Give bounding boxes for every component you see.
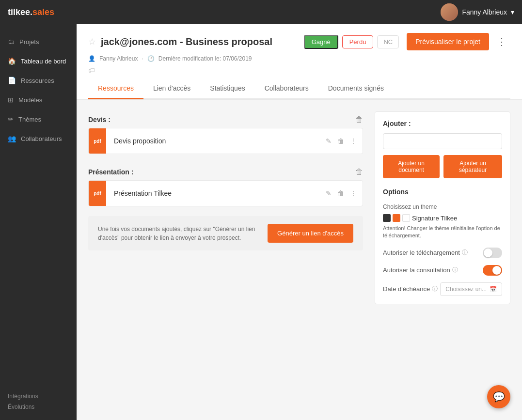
doc-type-pdf-2: pdf [89,181,106,206]
more-icon-2[interactable]: ⋮ [350,189,357,197]
separator: · [142,55,143,62]
devis-delete-icon[interactable]: 🗑 [355,115,363,124]
add-buttons: Ajouter un document Ajouter un séparateu… [383,155,502,178]
more-options-button[interactable]: ⋮ [493,32,510,51]
sidebar-label-collaborateurs: Collaborateurs [21,135,62,142]
project-title: jack@jones.com - Business proposal [101,36,272,47]
add-input[interactable] [383,133,502,149]
help-icon-consultation[interactable]: ⓘ [452,266,458,274]
badge-gagne[interactable]: Gagné [304,35,338,49]
sidebar: 🗂 Projets 🏠 Tableau de bord 📄 Ressources… [0,24,77,420]
doc-actions: ✎ 🗑 ⋮ [320,137,363,145]
delete-icon-2[interactable]: 🗑 [337,189,344,197]
chat-icon: 💬 [493,391,505,403]
toggle-knob [484,249,492,257]
tab-statistiques[interactable]: Statistiques [200,78,254,99]
toggle-telechargement[interactable] [483,248,502,258]
app-logo: tilkee.sales [8,7,54,17]
sidebar-item-collaborateurs[interactable]: 👥 Collaborateurs [0,129,77,148]
date-row: Date d'échéance ⓘ Choisissez un... 📅 [383,282,502,296]
help-icon-telechargement[interactable]: ⓘ [462,249,468,257]
right-panel: Ajouter : Ajouter un document Ajouter un… [375,111,510,304]
date-label: Date d'échéance ⓘ [383,285,438,293]
option-telechargement-label: Autoriser le téléchargement ⓘ [383,249,468,257]
sidebar-item-ressources[interactable]: 📄 Ressources [0,71,77,90]
topbar: tilkee.sales Fanny Albrieux ▾ [0,0,522,24]
swatch-white [402,214,410,222]
sidebar-item-modeles[interactable]: ⊞ Modèles [0,90,77,109]
project-title-left: ☆ jack@jones.com - Business proposal [88,36,272,47]
user-menu[interactable]: Fanny Albrieux ▾ [441,3,514,21]
main-content: ☆ jack@jones.com - Business proposal Gag… [77,24,522,420]
project-meta: 👤 Fanny Albrieux · 🕐 Dernière modificati… [88,55,510,62]
theme-label: Choisissez un theme [383,203,502,210]
help-icon-date[interactable]: ⓘ [432,285,438,293]
sidebar-item-projets[interactable]: 🗂 Projets [0,32,77,51]
project-tags: 🏷 [88,66,510,75]
pencil-icon: ✏ [8,115,14,123]
user-name: Fanny Albrieux [462,8,507,16]
toggle-consultation[interactable] [483,265,502,276]
table-row: pdf Devis proposition ✎ 🗑 ⋮ [88,128,363,154]
table-row: pdf Présentation Tilkee ✎ 🗑 ⋮ [88,180,363,206]
evolutions-link[interactable]: Évolutions [8,402,69,412]
generate-link-button[interactable]: Générer un lien d'accès [268,224,353,243]
tab-collaborateurs[interactable]: Collaborateurs [255,78,318,99]
left-panel: Devis : 🗑 pdf Devis proposition ✎ 🗑 ⋮ [88,111,363,304]
toggle-knob-on [492,266,501,275]
tab-lien-acces[interactable]: Lien d'accès [143,78,200,99]
edit-icon[interactable]: ✎ [326,137,332,145]
delete-icon[interactable]: 🗑 [337,137,344,145]
add-document-button[interactable]: Ajouter un document [383,155,440,178]
date-picker[interactable]: Choisissez un... 📅 [440,282,502,296]
option-consultation-label: Autoriser la consultation ⓘ [383,266,458,274]
project-header: ☆ jack@jones.com - Business proposal Gag… [77,24,522,100]
devis-header: Devis : 🗑 [88,111,363,128]
badge-perdu[interactable]: Perdu [342,35,374,48]
doc-name-presentation: Présentation Tilkee [106,189,320,197]
presentation-header: Présentation : 🗑 [88,164,363,180]
sidebar-label-projets: Projets [19,38,39,46]
doc-type-pdf: pdf [89,128,106,154]
sidebar-item-themes[interactable]: ✏ Thèmes [0,109,77,129]
project-actions: Gagné Perdu NC Prévisualiser le projet ⋮ [300,32,510,51]
chat-bubble[interactable]: 💬 [487,385,510,408]
sidebar-footer: Intégrations Évolutions [0,383,77,420]
dropdown-arrow: ▾ [511,8,514,16]
badge-nc[interactable]: NC [377,35,399,48]
info-box: Une fois vos documents ajoutés, cliquez … [88,216,363,250]
clock-icon: 🕐 [147,55,155,62]
more-icon[interactable]: ⋮ [350,137,357,145]
presentation-delete-icon[interactable]: 🗑 [355,168,363,176]
user-meta-icon: 👤 [88,55,95,62]
calendar-icon: 📅 [490,286,497,293]
doc-name-devis: Devis proposition [106,137,320,145]
users-icon: 👥 [8,135,16,142]
project-title-row: ☆ jack@jones.com - Business proposal Gag… [88,32,510,51]
integrations-link[interactable]: Intégrations [8,391,69,402]
theme-colors: Signature Tilkee [383,214,502,222]
tab-documents-signes[interactable]: Documents signés [318,78,394,99]
section-devis: Devis : 🗑 pdf Devis proposition ✎ 🗑 ⋮ [88,111,363,154]
edit-icon-2[interactable]: ✎ [326,189,332,197]
sidebar-label-themes: Thèmes [18,116,41,123]
devis-title: Devis : [88,116,111,124]
content-body: Devis : 🗑 pdf Devis proposition ✎ 🗑 ⋮ [77,100,522,316]
add-separator-button[interactable]: Ajouter un séparateur [443,155,502,178]
grid-icon: ⊞ [8,96,14,104]
logo-tilkee: tilkee. [8,7,32,17]
options-title: Options [383,188,502,196]
preview-button[interactable]: Prévisualiser le projet [407,33,489,50]
presentation-title: Présentation : [88,168,133,176]
tag-icon: 🏷 [88,66,95,74]
tab-ressources[interactable]: Ressources [88,78,143,99]
info-box-text: Une fois vos documents ajoutés, cliquez … [98,225,260,242]
folder-icon: 🗂 [8,38,15,46]
star-icon[interactable]: ☆ [88,36,96,47]
document-icon: 📄 [8,77,16,84]
sidebar-item-tableau-de-bord[interactable]: 🏠 Tableau de bord [0,51,77,71]
option-telechargement: Autoriser le téléchargement ⓘ [383,248,502,258]
swatch-dark [383,214,391,222]
tabs: Ressources Lien d'accès Statistiques Col… [88,78,510,99]
option-consultation: Autoriser la consultation ⓘ [383,265,502,276]
